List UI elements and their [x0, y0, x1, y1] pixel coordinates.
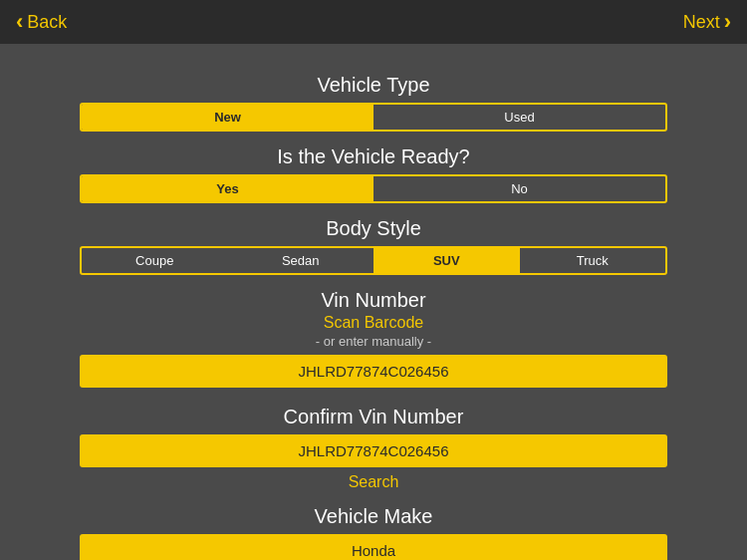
back-button[interactable]: ‹ Back — [16, 11, 67, 33]
vehicle-ready-control: Yes No — [80, 174, 667, 203]
scan-barcode-link[interactable]: Scan Barcode — [80, 314, 667, 332]
vehicle-make-section: Vehicle Make Honda — [80, 505, 667, 560]
vehicle-type-control: New Used — [80, 103, 667, 132]
vehicle-type-label: Vehicle Type — [80, 74, 667, 97]
nav-bar: ‹ Back Next › — [0, 0, 747, 44]
next-chevron-icon: › — [724, 11, 731, 33]
body-style-label: Body Style — [80, 217, 667, 240]
vehicle-make-label: Vehicle Make — [80, 505, 667, 528]
vin-number-section: Vin Number Scan Barcode - or enter manua… — [80, 289, 667, 392]
vehicle-ready-yes[interactable]: Yes — [82, 176, 374, 201]
vehicle-ready-label: Is the Vehicle Ready? — [80, 145, 667, 168]
back-label: Back — [27, 12, 67, 33]
body-style-sedan[interactable]: Sedan — [228, 248, 374, 273]
vehicle-type-new[interactable]: New — [82, 105, 374, 130]
back-chevron-icon: ‹ — [16, 11, 23, 33]
confirm-vin-section: Confirm Vin Number — [80, 406, 667, 471]
search-button[interactable]: Search — [80, 473, 667, 491]
body-style-control: Coupe Sedan SUV Truck — [80, 246, 667, 275]
body-style-suv[interactable]: SUV — [374, 248, 520, 273]
vehicle-ready-no[interactable]: No — [374, 176, 665, 201]
next-label: Next — [683, 12, 720, 33]
confirm-vin-label: Confirm Vin Number — [80, 406, 667, 428]
next-button[interactable]: Next › — [683, 11, 731, 33]
vehicle-type-section: Vehicle Type New Used — [80, 74, 667, 132]
vehicle-ready-section: Is the Vehicle Ready? Yes No — [80, 145, 667, 203]
vin-input[interactable] — [80, 355, 667, 388]
confirm-vin-input[interactable] — [80, 434, 667, 467]
or-manual-label: - or enter manually - — [80, 334, 667, 349]
body-style-section: Body Style Coupe Sedan SUV Truck — [80, 217, 667, 275]
vin-number-label: Vin Number — [80, 289, 667, 312]
vehicle-make-value: Honda — [80, 534, 667, 560]
vehicle-type-used[interactable]: Used — [374, 105, 665, 130]
body-style-truck[interactable]: Truck — [520, 248, 666, 273]
body-style-coupe[interactable]: Coupe — [82, 248, 228, 273]
content-area: Vehicle Type New Used Is the Vehicle Rea… — [0, 44, 747, 560]
